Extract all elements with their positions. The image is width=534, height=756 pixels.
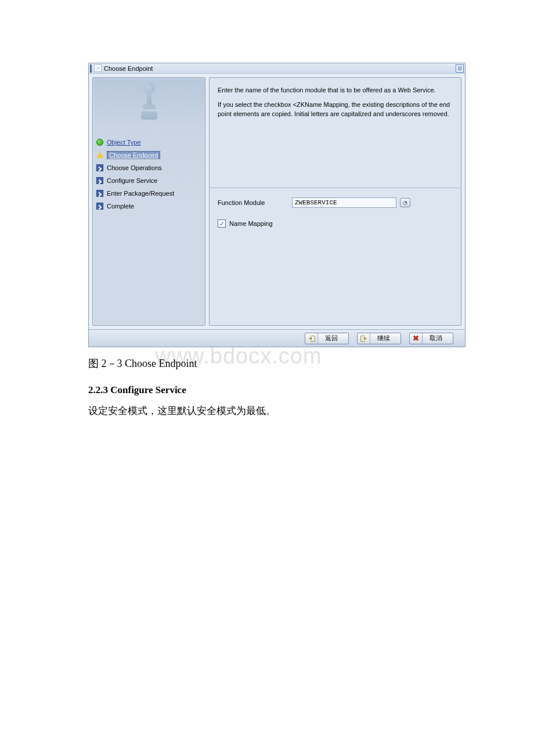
step-label: Choose Operations: [107, 164, 162, 171]
function-module-row: Function Module ◔: [218, 197, 453, 208]
status-todo-icon: [96, 164, 103, 171]
name-mapping-checkbox[interactable]: ✓: [218, 219, 226, 228]
function-module-field-wrap: ◔: [292, 197, 410, 208]
back-button-label: 返回: [318, 334, 348, 343]
back-icon: [305, 333, 318, 344]
name-mapping-row[interactable]: ✓ Name Mapping: [218, 219, 453, 228]
body-paragraph: 设定安全模式，这里默认安全模式为最低。: [88, 404, 447, 417]
section-heading: 2.2.3 Configure Service: [88, 384, 447, 396]
window-title: Choose Endpoint: [104, 65, 153, 72]
cancel-button[interactable]: ✖ 取消: [409, 333, 453, 344]
step-label: Enter Package/Request: [107, 190, 174, 197]
continue-icon: [358, 333, 370, 344]
figure-caption: 图 2－3 Choose Endpoint: [88, 358, 197, 369]
step-label: Configure Service: [107, 177, 157, 184]
step-complete: Complete: [93, 200, 205, 213]
step-choose-endpoint[interactable]: Choose Endpoint: [93, 149, 205, 161]
status-todo-icon: [96, 177, 103, 184]
continue-button[interactable]: 继续: [357, 333, 401, 344]
step-choose-operations: Choose Operations: [93, 161, 205, 174]
status-ok-icon: [96, 139, 103, 146]
back-button[interactable]: 返回: [305, 333, 349, 344]
name-mapping-label: Name Mapping: [229, 220, 273, 227]
content-pane: Enter the name of the function module th…: [209, 77, 461, 326]
function-module-input[interactable]: [292, 197, 396, 208]
title-accent: [90, 64, 92, 73]
description-area: Enter the name of the function module th…: [210, 78, 461, 188]
close-icon[interactable]: ⊠: [456, 64, 464, 73]
description-para-1: Enter the name of the function module th…: [218, 86, 453, 95]
status-active-icon: [96, 152, 103, 158]
cancel-icon: ✖: [410, 333, 423, 344]
step-list: Object Type Choose Endpoint Choose Opera…: [93, 136, 205, 213]
cancel-button-label: 取消: [423, 334, 453, 343]
sap-logo-icon: ☞: [94, 64, 102, 72]
step-configure-service: Configure Service: [93, 174, 205, 187]
status-todo-icon: [96, 203, 103, 210]
figure-caption-block: www.bdocx.com 图 2－3 Choose Endpoint: [88, 357, 447, 370]
function-module-label: Function Module: [218, 199, 286, 206]
step-label[interactable]: Object Type: [107, 139, 141, 146]
title-bar: ☞ Choose Endpoint ⊠: [89, 63, 465, 74]
main-area: Object Type Choose Endpoint Choose Opera…: [89, 74, 465, 329]
title-left: ☞ Choose Endpoint: [90, 64, 153, 73]
step-object-type[interactable]: Object Type: [93, 136, 205, 149]
continue-button-label: 继续: [370, 334, 400, 343]
description-para-2: If you select the checkbox <ZKName Mappi…: [218, 100, 453, 118]
sap-wizard-window: ☞ Choose Endpoint ⊠ Object Type Choose E…: [88, 63, 466, 347]
wizard-decor-icon: [140, 82, 158, 129]
status-todo-icon: [96, 190, 103, 197]
step-label: Choose Endpoint: [107, 151, 160, 159]
step-label: Complete: [107, 203, 134, 210]
form-area: Function Module ◔ ✓ Name Mapping: [210, 188, 461, 237]
step-enter-package: Enter Package/Request: [93, 187, 205, 200]
wizard-sidebar: Object Type Choose Endpoint Choose Opera…: [92, 77, 205, 326]
value-help-icon[interactable]: ◔: [400, 198, 410, 207]
